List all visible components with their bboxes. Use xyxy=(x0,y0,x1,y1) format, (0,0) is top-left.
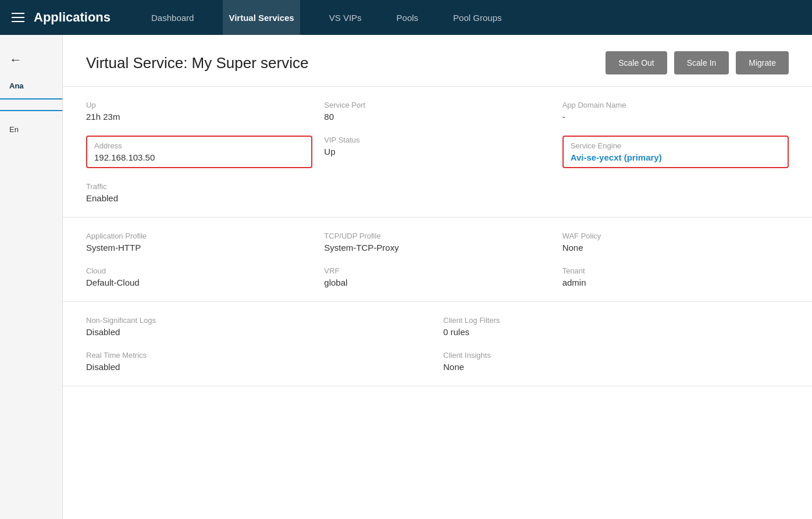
info-cloud-value: Default-Cloud xyxy=(86,278,312,287)
detail-panel: Virtual Service: My Super service Scale … xyxy=(63,35,812,519)
info-real-time-metrics-value: Disabled xyxy=(86,362,432,372)
info-client-insights-value: None xyxy=(443,362,789,372)
info-non-sig-logs-value: Disabled xyxy=(86,327,432,337)
info-client-insights: Client Insights None xyxy=(443,351,789,372)
info-client-log-filters: Client Log Filters 0 rules xyxy=(443,316,789,337)
info-vrf: VRF global xyxy=(324,266,550,287)
info-traffic-value: Enabled xyxy=(86,193,312,203)
hamburger-menu[interactable] xyxy=(12,13,24,22)
info-tenant: Tenant admin xyxy=(562,266,789,287)
info-service-engine: Service Engine Avi-se-yecxt (primary) xyxy=(562,136,789,168)
info-non-sig-logs: Non-Significant Logs Disabled xyxy=(86,316,432,337)
info-real-time-metrics: Real Time Metrics Disabled xyxy=(86,351,432,372)
info-tcp-profile-value: System-TCP-Proxy xyxy=(324,243,550,253)
info-traffic: Traffic Enabled xyxy=(86,182,312,203)
info-client-insights-label: Client Insights xyxy=(443,351,789,360)
nav-virtual-services[interactable]: Virtual Services xyxy=(223,0,300,35)
info-up-value: 21h 23m xyxy=(86,112,312,122)
info-service-port-label: Service Port xyxy=(324,101,550,109)
info-service-engine-label: Service Engine xyxy=(571,141,781,150)
info-service-engine-value[interactable]: Avi-se-yecxt (primary) xyxy=(571,152,781,162)
info-vrf-value: global xyxy=(324,278,550,287)
info-app-domain-label: App Domain Name xyxy=(562,101,789,109)
nav-dashboard[interactable]: Dashboard xyxy=(145,0,200,35)
sidebar: ← Ana En xyxy=(0,35,63,519)
info-client-log-filters-value: 0 rules xyxy=(443,327,789,337)
service-engine-highlight-box: Service Engine Avi-se-yecxt (primary) xyxy=(562,136,789,168)
app-title: Applications xyxy=(34,10,111,25)
info-service-port: Service Port 80 xyxy=(324,101,550,122)
back-button[interactable]: ← xyxy=(0,47,62,73)
info-address-label: Address xyxy=(94,141,304,150)
sidebar-tab-analytics[interactable]: Ana xyxy=(0,73,62,99)
info-real-time-metrics-label: Real Time Metrics xyxy=(86,351,432,360)
info-non-sig-logs-label: Non-Significant Logs xyxy=(86,316,432,325)
profile-info-section: Application Profile System-HTTP TCP/UDP … xyxy=(63,218,812,302)
info-app-profile-label: Application Profile xyxy=(86,232,312,240)
nav-vs-vips[interactable]: VS VIPs xyxy=(323,0,368,35)
info-waf-policy-value: None xyxy=(562,243,789,253)
vs-actions: Scale Out Scale In Migrate xyxy=(606,51,789,74)
info-traffic-label: Traffic xyxy=(86,182,312,191)
info-up-label: Up xyxy=(86,101,312,109)
info-vrf-label: VRF xyxy=(324,266,550,275)
vs-title: Virtual Service: My Super service xyxy=(86,54,308,72)
info-app-profile: Application Profile System-HTTP xyxy=(86,232,312,253)
info-tcp-profile: TCP/UDP Profile System-TCP-Proxy xyxy=(324,232,550,253)
migrate-button[interactable]: Migrate xyxy=(736,51,789,74)
main-container: ← Ana En Virtual Service: My Super servi… xyxy=(0,35,812,519)
logs-info-section: Non-Significant Logs Disabled Client Log… xyxy=(63,302,812,386)
info-service-port-value: 80 xyxy=(324,112,550,122)
info-tenant-label: Tenant xyxy=(562,266,789,275)
info-waf-policy-label: WAF Policy xyxy=(562,232,789,240)
nav-pools[interactable]: Pools xyxy=(391,0,425,35)
info-tenant-value: admin xyxy=(562,278,789,287)
info-cloud: Cloud Default-Cloud xyxy=(86,266,312,287)
info-tcp-profile-label: TCP/UDP Profile xyxy=(324,232,550,240)
status-info-section: Up 21h 23m Service Port 80 App Domain Na… xyxy=(63,87,812,218)
info-vip-status-label: VIP Status xyxy=(324,136,550,144)
info-address-value: 192.168.103.50 xyxy=(94,152,304,162)
info-app-domain: App Domain Name - xyxy=(562,101,789,122)
scale-in-button[interactable]: Scale In xyxy=(674,51,729,74)
info-up-status: Up 21h 23m xyxy=(86,101,312,122)
info-app-domain-value: - xyxy=(562,112,789,122)
info-vip-status-value: Up xyxy=(324,147,550,157)
info-waf-policy: WAF Policy None xyxy=(562,232,789,253)
top-navigation: Applications Dashboard Virtual Services … xyxy=(0,0,812,35)
info-address: Address 192.168.103.50 xyxy=(86,136,312,168)
info-client-log-filters-label: Client Log Filters xyxy=(443,316,789,325)
address-highlight-box: Address 192.168.103.50 xyxy=(86,136,312,168)
nav-pool-groups[interactable]: Pool Groups xyxy=(447,0,507,35)
sidebar-tab-events[interactable]: En xyxy=(0,117,62,142)
info-app-profile-value: System-HTTP xyxy=(86,243,312,253)
info-cloud-label: Cloud xyxy=(86,266,312,275)
vs-header: Virtual Service: My Super service Scale … xyxy=(63,35,812,87)
nav-links: Dashboard Virtual Services VS VIPs Pools… xyxy=(145,0,800,35)
info-vip-status: VIP Status Up xyxy=(324,136,550,168)
scale-out-button[interactable]: Scale Out xyxy=(606,51,667,74)
